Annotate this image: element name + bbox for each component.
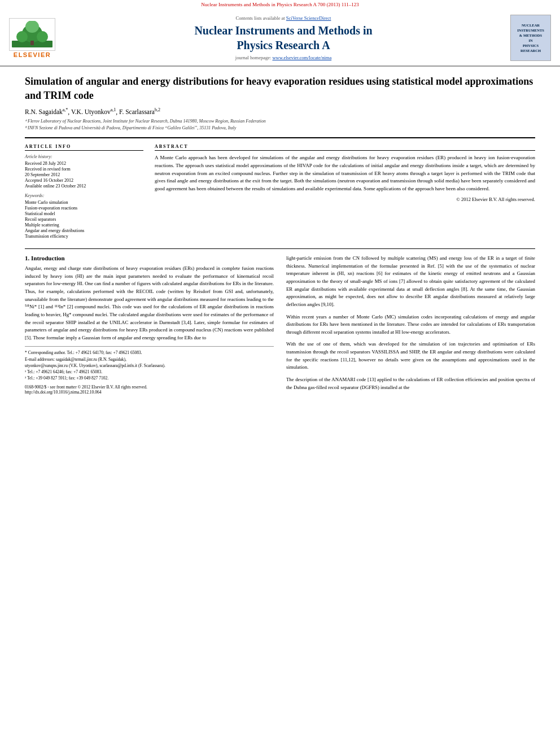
abstract-section-head: ABSTRACT bbox=[155, 144, 535, 151]
sciverse-link[interactable]: SciVerse ScienceDirect bbox=[286, 15, 331, 21]
body-right-col: light-particle emission from the CN foll… bbox=[286, 255, 535, 396]
copyright-bottom: 0168-9002/$ - see front matter © 2012 El… bbox=[25, 385, 274, 395]
intro-title-text: Introduction bbox=[31, 255, 65, 261]
right-col-abstract: ABSTRACT A Monte Carlo approach has been… bbox=[155, 144, 535, 239]
kw1: Monte Carlo simulation bbox=[25, 200, 143, 205]
article-title: Simulation of angular and energy distrib… bbox=[25, 75, 535, 103]
author2-name: V.K. Utyonkov bbox=[71, 108, 111, 115]
kw2: Fusion-evaporation reactions bbox=[25, 206, 143, 211]
affiliations: ᵃ Flerov Laboratory of Nuclear Reactions… bbox=[25, 118, 535, 132]
elsevier-label: ELSEVIER bbox=[14, 51, 51, 58]
authors-line: R.N. Sagaidaka,*, V.K. Utyonkova,1, F. S… bbox=[25, 107, 535, 115]
revised-date: 20 September 2012 bbox=[25, 172, 143, 177]
right-para3: With the use of one of them, which was d… bbox=[286, 340, 535, 372]
body-left-col: 1. Introduction Angular, energy and char… bbox=[25, 255, 274, 396]
elsevier-tree-icon bbox=[12, 21, 53, 49]
left-col-info: ARTICLE INFO Article history: Received 2… bbox=[25, 144, 143, 239]
intro-para1: Angular, energy and charge state distrib… bbox=[25, 265, 274, 342]
accepted-date: Accepted 16 October 2012 bbox=[25, 178, 143, 183]
intro-section-title: 1. Introduction bbox=[25, 255, 274, 261]
top-bar: Nuclear Instruments and Methods in Physi… bbox=[0, 0, 560, 9]
two-col-body: 1. Introduction Angular, energy and char… bbox=[25, 255, 535, 396]
body-section: 1. Introduction Angular, energy and char… bbox=[25, 248, 535, 396]
journal-header: ELSEVIER Contents lists available at Sci… bbox=[0, 9, 560, 67]
kw5: Multiple scattering bbox=[25, 222, 143, 228]
journal-title: Nuclear Instruments and Methods in Physi… bbox=[65, 23, 501, 53]
kw7: Transmission efficiency bbox=[25, 234, 143, 239]
footnote-text: * Corresponding author. Tel.: +7 49621 6… bbox=[25, 350, 274, 381]
online-date: Available online 23 October 2012 bbox=[25, 184, 143, 189]
svg-point-4 bbox=[25, 21, 39, 33]
kw4: Recoil separators bbox=[25, 217, 143, 222]
elsevier-logo-box: ELSEVIER bbox=[9, 18, 55, 58]
received-date: Received 28 July 2012 bbox=[25, 161, 143, 166]
abstract-copyright: © 2012 Elsevier B.V. All rights reserved… bbox=[155, 196, 535, 202]
journal-thumbnail: NUCLEAR INSTRUMENTS & METHODS IN PHYSICS… bbox=[510, 15, 551, 61]
right-para2: Within recent years a number of Monte Ca… bbox=[286, 313, 535, 337]
author3-name: F. Scarlassara bbox=[119, 108, 155, 115]
author1-name: R.N. Sagaidak bbox=[25, 108, 63, 115]
footnote-section: * Corresponding author. Tel.: +7 49621 6… bbox=[25, 346, 274, 394]
kw6: Angular and energy distributions bbox=[25, 228, 143, 233]
topbar-text: Nuclear Instruments and Methods in Physi… bbox=[201, 2, 358, 7]
kw3: Statistical model bbox=[25, 211, 143, 216]
content-area: Simulation of angular and energy distrib… bbox=[0, 67, 560, 404]
keywords-label: Keywords: bbox=[25, 193, 143, 198]
affil-a: ᵃ Flerov Laboratory of Nuclear Reactions… bbox=[25, 118, 535, 125]
svg-point-3 bbox=[37, 31, 48, 42]
sciverse-line: Contents lists available at SciVerse Sci… bbox=[65, 15, 501, 21]
history-label: Article history: bbox=[25, 154, 143, 159]
two-col-info-abstract: ARTICLE INFO Article history: Received 2… bbox=[25, 137, 535, 239]
svg-rect-5 bbox=[30, 41, 34, 45]
abstract-text: A Monte Carlo approach has been develope… bbox=[155, 154, 535, 193]
right-para4: The description of the ANAMARI code [13]… bbox=[286, 376, 535, 391]
homepage-link[interactable]: www.elsevier.com/locate/nima bbox=[272, 55, 331, 60]
received-revised-label: Received in revised form bbox=[25, 167, 143, 172]
journal-homepage: journal homepage: www.elsevier.com/locat… bbox=[65, 55, 501, 60]
keywords-section: Keywords: Monte Carlo simulation Fusion-… bbox=[25, 193, 143, 239]
journal-center-block: Contents lists available at SciVerse Sci… bbox=[65, 15, 501, 60]
affil-b: ᵇ INFN Sezione di Padova and Università … bbox=[25, 125, 535, 132]
right-para1: light-particle emission from the CN foll… bbox=[286, 255, 535, 308]
article-info-section-head: ARTICLE INFO bbox=[25, 144, 143, 151]
svg-point-2 bbox=[16, 31, 28, 42]
